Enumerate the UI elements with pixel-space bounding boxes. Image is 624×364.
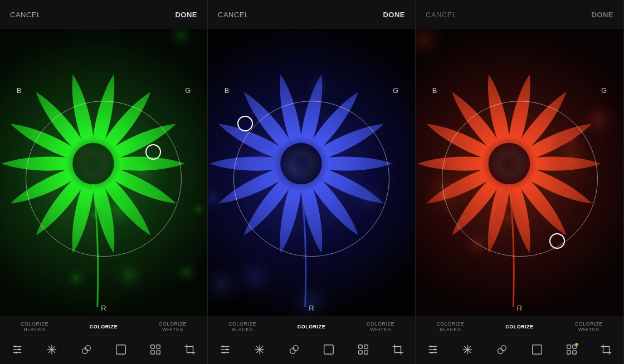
svg-rect-14 xyxy=(157,345,160,348)
panel-red: CANCEL DONE B G R COLORIZEBLACKS COLORIZ… xyxy=(416,0,624,364)
svg-point-44 xyxy=(498,348,503,353)
colorize-labels-red: COLORIZEBLACKS COLORIZE COLORIZEWHITES xyxy=(416,316,623,336)
svg-point-37 xyxy=(430,346,432,348)
panel-green: CANCEL DONE B G R COLORIZEBLACKS COLORIZ… xyxy=(0,0,208,364)
colorize-whites-label-green: COLORIZEWHITES xyxy=(138,321,207,332)
grain-tool-red[interactable] xyxy=(563,341,581,358)
sparkle-tool-red[interactable] xyxy=(459,341,476,358)
cancel-button-blue[interactable]: CANCEL xyxy=(218,11,249,19)
svg-rect-50 xyxy=(573,351,576,354)
svg-point-20 xyxy=(222,346,225,348)
svg-point-38 xyxy=(434,348,436,351)
panel-blue: CANCEL DONE B G R COLORIZEBLACKS COLORIZ… xyxy=(208,0,416,364)
header-green: CANCEL DONE xyxy=(0,0,207,29)
svg-point-27 xyxy=(290,348,295,353)
crop-tool-red[interactable] xyxy=(597,341,615,358)
svg-rect-29 xyxy=(324,345,334,355)
sparkle-tool-green[interactable] xyxy=(43,341,61,358)
colorize-label-green: COLORIZE xyxy=(69,324,138,329)
vignette-tool-red[interactable] xyxy=(528,341,546,358)
svg-rect-32 xyxy=(359,351,362,354)
svg-rect-31 xyxy=(364,345,368,348)
colorize-label-blue: COLORIZE xyxy=(277,324,346,329)
done-button-green[interactable]: DONE xyxy=(175,11,197,19)
toolbar-green xyxy=(0,336,207,364)
colorize-whites-label-blue: COLORIZEWHITES xyxy=(346,321,415,332)
colorize-blacks-label-green: COLORIZEBLACKS xyxy=(0,321,69,332)
svg-point-21 xyxy=(226,348,228,351)
image-area-green: B G R xyxy=(0,29,207,316)
circles-tool-green[interactable] xyxy=(77,341,95,358)
svg-point-45 xyxy=(501,346,506,351)
svg-point-10 xyxy=(82,348,87,353)
colorize-blacks-label-red: COLORIZEBLACKS xyxy=(416,321,485,332)
colorize-label-red: COLORIZE xyxy=(485,324,554,329)
done-button-red[interactable]: DONE xyxy=(591,11,613,19)
toolbar-red xyxy=(416,336,623,364)
image-area-blue: B G R xyxy=(208,29,415,316)
grain-tool-green[interactable] xyxy=(147,341,164,358)
colorize-labels-blue: COLORIZEBLACKS COLORIZE COLORIZEWHITES xyxy=(208,316,415,336)
flower-image-green xyxy=(0,29,207,316)
svg-rect-33 xyxy=(364,351,368,354)
grain-tool-blue[interactable] xyxy=(354,341,372,358)
svg-point-5 xyxy=(15,352,17,354)
vignette-tool-blue[interactable] xyxy=(320,341,338,358)
crop-tool-green[interactable] xyxy=(181,341,199,358)
cancel-button-red[interactable]: CANCEL xyxy=(426,11,457,19)
svg-rect-47 xyxy=(567,345,570,348)
colorize-blacks-label-blue: COLORIZEBLACKS xyxy=(208,321,277,332)
svg-rect-30 xyxy=(359,345,362,348)
svg-point-39 xyxy=(431,352,433,354)
done-button-blue[interactable]: DONE xyxy=(383,11,405,19)
cancel-button-green[interactable]: CANCEL xyxy=(10,11,41,19)
svg-rect-13 xyxy=(151,345,154,348)
svg-rect-12 xyxy=(116,345,126,355)
colorize-whites-label-red: COLORIZEWHITES xyxy=(554,321,623,332)
svg-point-11 xyxy=(85,346,90,351)
svg-point-28 xyxy=(293,346,298,351)
adjustments-tool-green[interactable] xyxy=(8,341,26,358)
circles-tool-blue[interactable] xyxy=(285,341,303,358)
adjustments-tool-red[interactable] xyxy=(424,341,442,358)
header-blue: CANCEL DONE xyxy=(208,0,415,29)
image-area-red: B G R xyxy=(416,29,623,316)
svg-rect-49 xyxy=(567,351,570,354)
svg-rect-15 xyxy=(151,351,154,354)
svg-point-3 xyxy=(14,346,17,348)
colorize-labels-green: COLORIZEBLACKS COLORIZE COLORIZEWHITES xyxy=(0,316,207,336)
svg-rect-46 xyxy=(532,345,542,355)
svg-point-4 xyxy=(18,348,21,351)
circles-tool-red[interactable] xyxy=(493,341,511,358)
flower-image-blue xyxy=(208,29,415,316)
grain-dot-red xyxy=(575,343,578,346)
crop-tool-blue[interactable] xyxy=(389,341,407,358)
flower-image-red xyxy=(416,29,623,316)
toolbar-blue xyxy=(208,336,415,364)
sparkle-tool-blue[interactable] xyxy=(251,341,269,358)
vignette-tool-green[interactable] xyxy=(112,341,130,358)
adjustments-tool-blue[interactable] xyxy=(216,341,234,358)
svg-rect-16 xyxy=(157,351,160,354)
svg-point-22 xyxy=(223,352,225,354)
header-red: CANCEL DONE xyxy=(416,0,623,29)
